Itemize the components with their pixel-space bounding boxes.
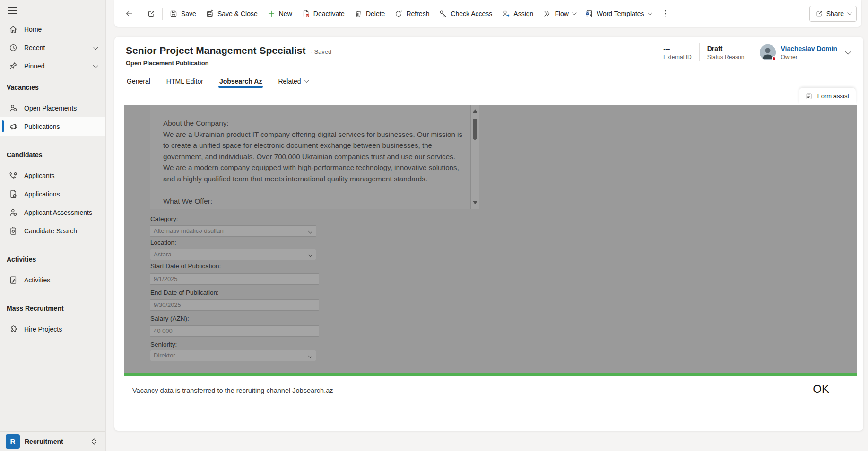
plus-icon xyxy=(267,9,276,18)
sidebar-item-label: Activities xyxy=(24,276,50,284)
tab-jobsearch-az[interactable]: Jobsearch Az xyxy=(219,77,262,92)
chevron-down-icon xyxy=(308,229,313,234)
flow-icon xyxy=(543,9,551,18)
app-name: Recruitment xyxy=(25,438,63,445)
trash-icon xyxy=(354,9,363,18)
owner-name-link[interactable]: Viacheslav Domin xyxy=(781,45,837,52)
sidebar-item-label: Applicant Assessments xyxy=(24,209,92,216)
form-assist-button[interactable]: Form assist xyxy=(799,88,856,104)
sidebar-item-label: Open Placements xyxy=(24,104,77,112)
status-reason-label: Status Reason xyxy=(707,54,745,60)
owner-field[interactable]: Viacheslav Domin Owner xyxy=(760,44,837,60)
sidebar-item-label: Applicants xyxy=(24,172,55,179)
sidebar-item-label: Candidate Search xyxy=(24,227,77,235)
header-summary: --- External ID Draft Status Reason Viac… xyxy=(663,43,849,61)
jobsearch-dialog-overlay: About the Company: We are a Ukrainian pr… xyxy=(124,105,857,373)
refresh-icon xyxy=(394,9,403,18)
hamburger-menu-icon[interactable] xyxy=(8,7,17,14)
open-in-new-window-button[interactable] xyxy=(142,5,160,23)
chevron-down-icon xyxy=(572,10,577,15)
more-commands-button[interactable]: ⋮ xyxy=(656,9,676,19)
location-select[interactable]: Astara xyxy=(150,249,316,260)
puzzle-icon xyxy=(9,324,18,334)
chevron-down-icon xyxy=(308,354,313,358)
sidebar-item-candidate-search[interactable]: Candidate Search xyxy=(0,221,105,240)
vacancy-description-text: About the Company: We are a Ukrainian pr… xyxy=(150,105,470,209)
category-label: Category: xyxy=(150,215,178,222)
scrollbar-down-arrow-icon[interactable] xyxy=(473,201,477,204)
sidebar-section-mass-recruitment: Mass Recruitment xyxy=(0,301,105,315)
clipboard-pencil-icon xyxy=(9,275,18,285)
delete-button[interactable]: Delete xyxy=(349,5,390,23)
scrollbar-up-arrow-icon[interactable] xyxy=(473,109,477,113)
sidebar-item-activities[interactable]: Activities xyxy=(0,271,105,289)
seniority-select[interactable]: Direktor xyxy=(150,350,316,361)
assign-person-icon xyxy=(502,9,510,18)
page-title: Senior Project Management Specialist xyxy=(126,45,305,56)
sidebar-item-label: Publications xyxy=(24,123,60,130)
back-button[interactable] xyxy=(120,5,138,23)
sidebar-item-publications[interactable]: Publications xyxy=(0,117,105,136)
chevron-down-icon[interactable] xyxy=(93,62,98,68)
app-switcher[interactable]: R Recruitment xyxy=(0,431,105,451)
new-button[interactable]: New xyxy=(262,5,297,23)
megaphone-icon xyxy=(9,122,18,131)
key-icon xyxy=(439,9,447,18)
category-select[interactable]: Alternativ müalicə üsulları xyxy=(150,225,316,237)
word-templates-icon xyxy=(585,9,593,18)
double-chevron-icon xyxy=(90,437,98,446)
external-id-value: --- xyxy=(663,45,691,52)
avatar xyxy=(760,44,776,60)
vacancy-description-textarea[interactable]: About the Company: We are a Ukrainian pr… xyxy=(150,105,479,209)
sidebar-nav: Home Recent Pinned Vacancies Open Placem… xyxy=(0,20,105,338)
tab-general[interactable]: General xyxy=(127,77,150,92)
divider xyxy=(162,8,163,20)
person-gear-icon xyxy=(9,208,18,217)
start-date-label: Start Date of Publication: xyxy=(150,263,221,270)
tab-related[interactable]: Related xyxy=(278,77,307,92)
scrollbar-thumb[interactable] xyxy=(473,119,477,140)
ok-button[interactable]: OK xyxy=(813,383,829,396)
status-badge: Draft xyxy=(707,45,745,52)
sidebar-section-activities: Activities xyxy=(0,252,105,266)
chevron-down-icon xyxy=(304,78,309,83)
save-button[interactable]: Save xyxy=(165,5,201,23)
divider xyxy=(752,43,752,61)
word-templates-button[interactable]: Word Templates xyxy=(580,5,656,23)
sidebar: Home Recent Pinned Vacancies Open Placem… xyxy=(0,0,106,451)
dialog-message: Vacancy data is transferred to the recru… xyxy=(132,387,333,394)
chevron-down-icon xyxy=(847,10,852,15)
salary-input[interactable]: 40 000 xyxy=(150,325,319,337)
start-date-input[interactable]: 9/1/2025 xyxy=(150,273,319,285)
sidebar-item-home[interactable]: Home xyxy=(0,20,105,38)
assign-button[interactable]: Assign xyxy=(497,5,538,23)
sidebar-item-open-placements[interactable]: Open Placements xyxy=(0,99,105,117)
sidebar-item-applicant-assessments[interactable]: Applicant Assessments xyxy=(0,203,105,221)
divider xyxy=(699,43,700,61)
chevron-down-icon xyxy=(308,253,313,257)
share-button[interactable]: Share xyxy=(809,6,857,22)
sidebar-item-recent[interactable]: Recent xyxy=(0,38,105,57)
end-date-input[interactable]: 9/30/2025 xyxy=(150,299,319,311)
tab-html-editor[interactable]: HTML Editor xyxy=(166,77,203,92)
record-header: Senior Project Management Specialist - S… xyxy=(114,37,863,67)
seniority-label: Seniority: xyxy=(150,341,177,348)
sidebar-item-applications[interactable]: Applications xyxy=(0,185,105,203)
chevron-down-icon[interactable] xyxy=(93,44,98,49)
external-id-field: --- External ID xyxy=(663,45,691,60)
save-and-close-button[interactable]: Save & Close xyxy=(201,5,262,23)
phone-gear-icon xyxy=(9,171,18,180)
deactivate-button[interactable]: Deactivate xyxy=(297,5,349,23)
sidebar-item-pinned[interactable]: Pinned xyxy=(0,57,105,75)
form-assist-icon xyxy=(806,92,814,100)
check-access-button[interactable]: Check Access xyxy=(434,5,497,23)
sidebar-item-hire-projects[interactable]: Hire Projects xyxy=(0,320,105,338)
sidebar-item-applicants[interactable]: Applicants xyxy=(0,166,105,185)
person-search-icon xyxy=(9,103,18,113)
textarea-scrollbar[interactable] xyxy=(470,105,479,209)
refresh-button[interactable]: Refresh xyxy=(390,5,434,23)
sidebar-section-vacancies: Vacancies xyxy=(0,80,105,94)
tab-bar: General HTML Editor Jobsearch Az Related xyxy=(114,67,863,93)
flow-button[interactable]: Flow xyxy=(538,5,580,23)
save-icon xyxy=(169,9,178,18)
